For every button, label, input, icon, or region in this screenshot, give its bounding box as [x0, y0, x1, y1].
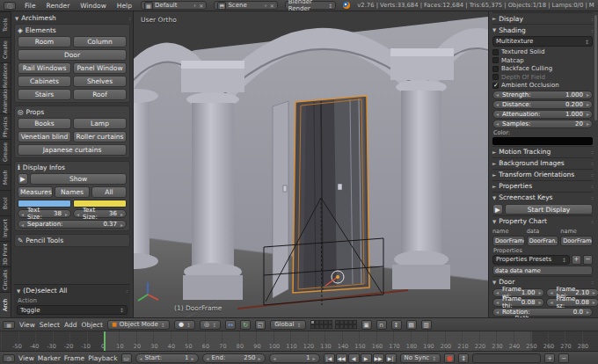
timeline-canvas[interactable]: -50-40-30-20-100102030405060708090100110…: [0, 331, 598, 351]
scene-add-icon[interactable]: ＋: [263, 2, 268, 10]
tab-tools[interactable]: Tools: [0, 11, 11, 37]
npanel-scrollbar[interactable]: [594, 15, 597, 120]
tab-create[interactable]: Create: [0, 37, 11, 62]
backface-culling-row[interactable]: Backface Culling: [492, 65, 593, 72]
shading-dropdown[interactable]: ● ↕: [174, 320, 195, 330]
jump-to-end-button[interactable]: ▶|: [385, 353, 397, 363]
tab-relations[interactable]: Relations: [0, 62, 11, 88]
keying-set-field[interactable]: [472, 353, 541, 363]
separation-field[interactable]: ◂Separation: 0.37▸: [18, 220, 127, 229]
textured-solid-checkbox[interactable]: [492, 49, 499, 55]
scene-delete-icon[interactable]: ✕: [270, 3, 274, 9]
editor-type-timeline-icon[interactable]: ◷: [3, 354, 15, 362]
layer-group-2[interactable]: [335, 320, 357, 329]
matcap-row[interactable]: Matcap: [492, 57, 593, 64]
menu-view[interactable]: View: [19, 321, 35, 329]
manipulator-center[interactable]: [336, 275, 339, 279]
panel-window-button[interactable]: Panel Window: [73, 62, 127, 74]
japanese-curtains-button[interactable]: Japanese curtains: [18, 144, 127, 156]
tab-grease[interactable]: Grease: [0, 139, 11, 164]
menu-frame[interactable]: Frame: [64, 354, 84, 362]
scene-selector[interactable]: ⬒ Scene ＋ ✕: [214, 1, 277, 10]
delete-keyframe-button[interactable]: −: [558, 353, 569, 363]
screencast-keys-header[interactable]: ▼ Screencast Keys ::: [492, 192, 593, 203]
tab-3d-print[interactable]: 3D Print: [0, 241, 11, 266]
screencast-play-icon[interactable]: ▶: [492, 204, 503, 215]
jump-to-start-button[interactable]: |◀: [324, 353, 335, 363]
layer-group-1[interactable]: [310, 320, 332, 329]
venetian-blind-button[interactable]: Venetian blind: [18, 131, 71, 142]
attenuation-field[interactable]: ◂Attenuation: 1.000▸: [492, 110, 593, 119]
snap-element-dropdown[interactable]: ↕: [391, 320, 402, 330]
column-button[interactable]: Column: [73, 36, 127, 47]
ambient-occlusion-row[interactable]: Ambient Occlusion: [492, 82, 593, 89]
show-button[interactable]: Show: [30, 173, 127, 185]
names-toggle[interactable]: Names: [55, 186, 90, 198]
distance-field[interactable]: ◂Distance: 0.200▸: [492, 100, 593, 109]
motion-tracking-header[interactable]: ► Motion Tracking ::: [492, 146, 593, 157]
auto-keyframe-record-button[interactable]: ●: [444, 353, 455, 363]
menu-add[interactable]: Add: [64, 321, 77, 329]
shading-panel-header[interactable]: ▼ Shading ::: [492, 24, 593, 35]
properties-presets-dropdown[interactable]: Properties Presets ↕: [492, 255, 570, 265]
snap-magnet-icon[interactable]: ∩: [376, 320, 387, 330]
prev-keyframe-button[interactable]: ◀◀: [336, 353, 347, 363]
measures-toggle[interactable]: Measures: [18, 186, 53, 198]
frame-thick-field[interactable]: ◂Frame thi: 0.08▸: [492, 298, 544, 307]
tab-arch[interactable]: Arch: [0, 292, 11, 317]
deselect-all-header[interactable]: ▼ (De)select All ::: [17, 287, 128, 295]
door-button[interactable]: Door: [18, 49, 127, 61]
backface-culling-checkbox[interactable]: [492, 66, 499, 72]
menu-tl-view[interactable]: View: [18, 354, 34, 362]
roof-button[interactable]: Roof: [73, 89, 127, 100]
manipulator-translate-button[interactable]: ↔: [225, 320, 236, 330]
manipulator-rotate-button[interactable]: ↻: [240, 320, 251, 330]
show-play-icon[interactable]: ▶: [18, 173, 28, 185]
3d-viewport[interactable]: User Ortho (1) DoorFrame: [134, 11, 488, 317]
tab-circuits[interactable]: Circuits: [0, 266, 11, 292]
lamp-button[interactable]: Lamp: [73, 118, 127, 129]
keying-mode-dropdown[interactable]: ↕: [458, 353, 469, 363]
play-reverse-button[interactable]: ◀: [348, 353, 360, 363]
shelves-button[interactable]: Shelves: [73, 76, 127, 87]
text-size-field-2[interactable]: ◂Text Size: 36▸: [73, 209, 127, 218]
property-chart-header[interactable]: ▼ Property Chart ::: [492, 215, 593, 227]
next-keyframe-button[interactable]: ▶▶: [373, 353, 384, 363]
roller-curtains-button[interactable]: Roller curtains: [73, 131, 127, 142]
render-engine-selector[interactable]: Blender Render ↕: [285, 1, 337, 10]
tab-import[interactable]: Import: [0, 215, 11, 241]
chart-field-2[interactable]: DoorFran..: [527, 236, 559, 246]
editor-type-3d-icon[interactable]: ▦: [3, 321, 15, 329]
chart-field-1[interactable]: DoorFrame: [492, 236, 525, 246]
play-button[interactable]: ▶: [361, 353, 372, 363]
start-frame-field[interactable]: ◂ Start: 1 ▸: [135, 353, 199, 363]
tab-bool[interactable]: Bool: [0, 190, 11, 215]
sync-dropdown[interactable]: No Sync ↕: [400, 353, 441, 363]
layout-delete-icon[interactable]: ✕: [199, 3, 203, 9]
display-panel-header[interactable]: ► Display ::: [492, 12, 593, 24]
timeline-playhead[interactable]: [104, 331, 106, 351]
menu-marker[interactable]: Marker: [38, 354, 61, 362]
tab-mesh[interactable]: Mesh: [0, 164, 11, 190]
shading-mode-dropdown[interactable]: Multitexture ↕: [492, 36, 593, 47]
properties-header[interactable]: ► Properties ::: [492, 180, 593, 192]
menu-playback[interactable]: Playback: [88, 354, 117, 362]
chart-field-3[interactable]: DoorFrame.002: [560, 236, 593, 246]
editor-type-info-icon[interactable]: ⓘ: [4, 2, 16, 10]
3d-scene[interactable]: [134, 11, 488, 317]
tab-physics[interactable]: Physics: [0, 113, 11, 139]
textured-solid-row[interactable]: Textured Solid: [492, 48, 593, 55]
end-frame-field[interactable]: ◂ End: 250 ▸: [202, 353, 266, 363]
frame-size-field[interactable]: ◂Frame sz: 0.08▸: [546, 298, 598, 307]
menu-help[interactable]: Help: [115, 2, 134, 10]
rail-windows-button[interactable]: Rail Windows: [18, 62, 71, 74]
ao-color-swatch[interactable]: [492, 137, 593, 145]
action-dropdown[interactable]: Toggle ↕: [17, 305, 128, 315]
transform-orientations-header[interactable]: ► Transform Orientations ::: [492, 169, 593, 180]
menu-file[interactable]: File: [23, 2, 38, 10]
stairs-button[interactable]: Stairs: [18, 89, 71, 100]
orientation-dropdown[interactable]: Global ↕: [270, 320, 305, 330]
layout-add-icon[interactable]: ＋: [192, 2, 197, 10]
pencil-tools-header[interactable]: ✎ Pencil Tools: [18, 237, 127, 244]
menu-select[interactable]: Select: [40, 321, 60, 329]
